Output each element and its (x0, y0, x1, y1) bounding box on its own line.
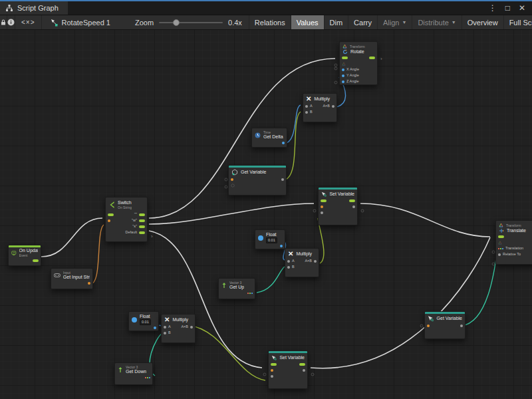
case-out-port[interactable] (139, 219, 145, 222)
node-rotate[interactable]: Transform Rotate X Angle Y Angle Z Ang (339, 41, 378, 85)
node-float-top[interactable]: Float 0.01 (255, 229, 285, 249)
variable-name-port[interactable] (427, 325, 430, 327)
dim-button[interactable]: Dim (324, 15, 348, 29)
zoom-slider[interactable] (159, 22, 223, 23)
flow-out-chevron: › (151, 233, 153, 239)
menu-icon[interactable]: ⋮ (489, 4, 497, 12)
node-get-variable-top[interactable]: Get Variable (228, 165, 287, 196)
node-multiply-mid[interactable]: ✕ Multiply A A×B B (285, 248, 319, 277)
zoom-slider-thumb[interactable] (173, 19, 180, 26)
flow-in-port[interactable] (321, 200, 327, 202)
result-port[interactable] (190, 326, 193, 329)
a-port[interactable] (305, 105, 308, 108)
distribute-button[interactable]: Distribute▼ (412, 15, 461, 29)
node-get-delta-time[interactable]: Time Get Delta Time (251, 128, 287, 148)
overview-button[interactable]: Overview (462, 15, 503, 29)
node-float-bottom[interactable]: Float 0.01 (128, 311, 159, 331)
flow-in-port[interactable] (342, 57, 348, 59)
flow-in-port[interactable] (498, 235, 504, 238)
node-switch-on-string[interactable]: Switch On String "" "w" "s" Default (105, 197, 148, 242)
relations-button[interactable]: Relations (249, 15, 291, 29)
node-set-variable-mid[interactable]: Set Variable (318, 187, 358, 225)
values-button[interactable]: Values (291, 15, 324, 29)
default-out-port[interactable] (139, 231, 145, 234)
vector3-out-port[interactable] (145, 377, 150, 378)
b-port[interactable] (287, 266, 290, 269)
graph-name-label: RotateSpeed 1 (62, 19, 110, 27)
variable-value-out-port[interactable] (303, 369, 305, 372)
variable-value-out-port[interactable] (281, 178, 284, 181)
tab-script-graph[interactable]: Script Graph (0, 1, 68, 15)
float-icon (132, 317, 137, 323)
variable-name-port[interactable] (271, 369, 273, 372)
result-port[interactable] (332, 105, 334, 108)
port-label: A (310, 104, 313, 108)
script-graph-window: Script Graph ⋮ □ ✕ <×> (0, 0, 532, 399)
float-value-input[interactable]: 0.01 (140, 319, 151, 325)
fit-icon: <×> (21, 19, 35, 26)
wire-getvar-to-multiply (285, 112, 301, 180)
hierarchy-icon (5, 4, 13, 12)
selector-port[interactable] (108, 219, 110, 222)
node-get-input-string[interactable]: Input Get Input Strin (51, 268, 93, 289)
x-angle-port[interactable] (342, 68, 344, 71)
case-out-port[interactable] (139, 213, 145, 216)
zoom-control: Zoom 0.4x (128, 15, 249, 29)
carry-button[interactable]: Carry (348, 15, 377, 29)
float-value-input[interactable]: 0.01 (266, 237, 277, 243)
node-multiply-top[interactable]: ✕ Multiply A A×B B (303, 93, 337, 122)
port-label: B (310, 110, 313, 114)
case-out-port[interactable] (139, 225, 145, 228)
flow-out-port[interactable] (299, 363, 305, 366)
flow-out-port[interactable] (33, 259, 39, 262)
variable-value-in-port[interactable] (321, 211, 323, 214)
flow-in-port[interactable] (271, 363, 277, 366)
float-out-port[interactable] (280, 245, 283, 247)
graph-breadcrumb[interactable]: RotateSpeed 1 (42, 15, 116, 29)
relative-to-port[interactable] (498, 253, 501, 256)
variable-name-port[interactable] (321, 205, 323, 208)
vector3-out-port[interactable] (247, 293, 253, 294)
graph-canvas[interactable]: › › Transform Rotate (0, 30, 532, 399)
node-title: Translate (507, 228, 526, 233)
a-port[interactable] (287, 260, 290, 263)
node-translate[interactable]: Transform Translate Translation (495, 220, 532, 265)
wire-setvarmid-to-translate (360, 203, 490, 237)
variable-name-port[interactable] (231, 178, 233, 181)
lock-button[interactable] (0, 15, 7, 29)
port-label: Translation (505, 247, 523, 251)
node-title: Multiply (296, 251, 312, 257)
node-multiply-bottom[interactable]: ✕ Multiply A A×B B (161, 314, 196, 343)
z-angle-port[interactable] (342, 80, 344, 83)
a-port[interactable] (164, 326, 166, 329)
result-port[interactable] (314, 260, 317, 263)
flow-out-port[interactable] (369, 57, 375, 59)
input-string-out-port[interactable] (88, 282, 90, 285)
variable-value-out-port[interactable] (352, 205, 355, 208)
float-out-port[interactable] (154, 327, 156, 329)
flow-arrow (261, 365, 266, 370)
node-get-variable-bottom-right[interactable]: Get Variable (424, 311, 466, 339)
port-label: A (292, 259, 295, 263)
fullscreen-button[interactable]: Full Screen (503, 15, 532, 29)
flow-arrow (487, 234, 492, 239)
node-get-up[interactable]: Vector 3 Get Up (218, 278, 255, 299)
b-port[interactable] (164, 332, 166, 334)
maximize-icon[interactable]: □ (505, 4, 510, 12)
close-icon[interactable]: ✕ (519, 4, 525, 12)
variable-value-in-port[interactable] (271, 375, 273, 378)
node-on-update[interactable]: On Update Event (8, 245, 41, 266)
delta-time-out-port[interactable] (282, 142, 285, 144)
fit-view-button[interactable]: <×> (15, 15, 42, 29)
flow-in-port[interactable] (108, 213, 114, 216)
variable-value-out-port[interactable] (460, 325, 463, 327)
y-angle-port[interactable] (342, 74, 344, 77)
translation-port[interactable] (498, 248, 503, 249)
node-title: Multiply (314, 96, 330, 102)
node-get-down[interactable]: Vector 3 Get Down (114, 362, 153, 385)
info-button[interactable] (7, 15, 15, 29)
align-button[interactable]: Align▼ (377, 15, 412, 29)
b-port[interactable] (305, 111, 308, 114)
node-set-variable-bottom[interactable]: Set Variable (268, 350, 308, 389)
flow-out-port[interactable] (349, 200, 355, 202)
